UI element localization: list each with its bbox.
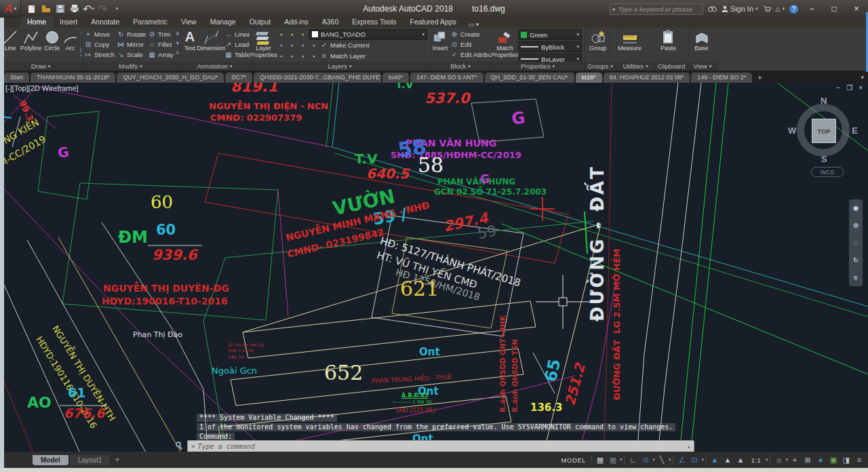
workspace-gear-icon[interactable]: ☼ — [772, 454, 785, 466]
file-tab[interactable]: QHSDD-2021-2030-T...GBANG_PHE DUYET* — [254, 73, 381, 83]
plot-icon[interactable] — [69, 4, 79, 14]
drawing-restore-icon[interactable]: ❐ — [846, 84, 852, 92]
showmotion-icon[interactable]: ≡ — [854, 274, 858, 281]
drawing-close-icon[interactable]: × — [859, 84, 863, 92]
panel-title-annotation[interactable]: Annotation▾ — [180, 62, 250, 71]
clean-screen-icon[interactable]: ● — [814, 454, 827, 466]
object-snap-icon[interactable]: ⊡ — [688, 454, 701, 466]
panel-title-draw[interactable]: Draw▾ — [0, 62, 81, 71]
osnap-tracking-icon[interactable]: ∠ — [675, 454, 688, 466]
snap-chevron-icon[interactable]: ▾ — [620, 457, 623, 463]
make-current-button[interactable]: ✓Make Current — [320, 41, 370, 50]
explode-icon[interactable]: ∗ ▾ — [176, 39, 179, 47]
maximize-button[interactable]: □ — [825, 4, 843, 14]
viewport-controls[interactable]: [-][Top][2D Wireframe] — [5, 84, 79, 92]
array-button[interactable]: ▦Array — [148, 50, 174, 59]
undo-icon[interactable]: ↶▾ — [83, 4, 94, 14]
viewcube-east[interactable]: E — [852, 125, 858, 136]
ribbon-tab-express-tools[interactable]: Express Tools — [345, 17, 403, 28]
command-input[interactable]: × Type a command ▴ — [187, 440, 694, 452]
dimension-button[interactable]: Dimension — [200, 29, 222, 52]
paste-button[interactable]: Paste — [657, 29, 679, 52]
new-file-icon[interactable] — [26, 4, 37, 14]
circle-button[interactable]: Circle — [44, 29, 60, 52]
annotation-monitor-icon[interactable]: + — [789, 454, 801, 466]
osnap-chevron-icon[interactable]: ▾ — [701, 457, 704, 463]
isodraft-chevron-icon[interactable]: ▾ — [669, 457, 671, 463]
viewcube-top-face[interactable]: TOP — [812, 119, 836, 143]
leader-button[interactable]: ↗Leader — [224, 39, 250, 49]
offset-icon[interactable]: ≍ ▾ — [176, 48, 179, 57]
panel-title-block[interactable]: Block▾ — [430, 62, 491, 71]
quick-properties-icon[interactable]: ⊞ — [802, 454, 814, 466]
insert-button[interactable]: Insert — [432, 29, 448, 52]
qat-customize-icon[interactable]: ▾ — [112, 4, 122, 14]
base-button[interactable]: Base — [690, 29, 713, 52]
app-menu-button[interactable]: A▾ — [0, 0, 21, 18]
model-space-toggle[interactable]: MODEL — [558, 454, 589, 466]
layer-lock2-icon[interactable]: ▪ — [298, 52, 307, 60]
minimize-button[interactable]: − — [803, 4, 821, 14]
measure-button[interactable]: Measure — [618, 29, 641, 52]
scale-button[interactable]: ↘Scale — [117, 50, 146, 59]
panel-title-view[interactable]: View▾ — [688, 62, 717, 71]
match-layer-button[interactable]: ≡Match Layer — [320, 52, 366, 61]
file-tab[interactable]: 84. HOAPHU2 2012 03 08* — [604, 73, 690, 83]
panel-title-layers[interactable]: Layers▾ — [250, 62, 429, 71]
file-tab[interactable]: to40* — [382, 73, 409, 83]
fillet-button[interactable]: ∩Fillet — [148, 39, 174, 49]
property-combo-byblock[interactable]: ByBlock▾ — [518, 41, 582, 52]
layer-freeze-icon[interactable]: ▪ — [288, 30, 296, 39]
ribbon-tab-add-ins[interactable]: Add-ins — [277, 17, 315, 28]
ortho-icon[interactable]: ∟ — [627, 454, 639, 466]
annotation-visibility-icon[interactable]: ▲ — [709, 454, 721, 466]
polar-chevron-icon[interactable]: ▾ — [652, 457, 655, 463]
layer-unisolate-icon[interactable]: ▪ — [288, 41, 296, 50]
customization-menu-icon[interactable]: ≡ — [853, 454, 865, 466]
panel-title-modify[interactable]: Modify▾ — [82, 62, 179, 71]
match-properties-button[interactable]: Match Properties — [494, 29, 516, 58]
ribbon-tab-manage[interactable]: Manage — [203, 17, 243, 28]
isolate-objects-icon[interactable]: ◨ — [840, 454, 852, 466]
panel-title-groups[interactable]: Groups▾ — [585, 62, 616, 71]
layer-properties-button[interactable]: Layer Properties — [252, 29, 275, 58]
hatch-icon[interactable]: ▨ ▾ — [81, 48, 81, 57]
group-button[interactable]: Group — [587, 29, 609, 52]
rotate-button[interactable]: ↻Rotate — [117, 29, 146, 39]
create-button[interactable]: ⊕Create — [450, 29, 491, 39]
ribbon-tab-featured-apps[interactable]: Featured Apps — [403, 17, 462, 28]
help-icon[interactable]: ? — [789, 5, 798, 14]
ribbon-tab-view[interactable]: View — [174, 17, 203, 28]
edit-button[interactable]: ⊙Edit — [450, 39, 491, 49]
redo-icon[interactable]: ↷ — [98, 4, 108, 14]
zoom-icon[interactable]: ◌ — [854, 239, 858, 246]
save-icon[interactable] — [55, 4, 65, 14]
property-combo-bylayer[interactable]: ByLayer▾ — [518, 54, 582, 62]
layer-isolate-icon[interactable]: ▪ — [277, 41, 285, 50]
layer-on-icon[interactable]: ▪ — [277, 30, 285, 39]
layer-prev-icon[interactable]: ▪ — [277, 52, 285, 60]
viewcube-south[interactable]: S — [821, 154, 827, 164]
layout1-tab[interactable]: Layout1 — [70, 455, 111, 465]
graphics-performance-icon[interactable]: ▣ — [827, 454, 840, 466]
file-tabs-overflow-icon[interactable]: ▾ — [861, 74, 864, 81]
file-tab[interactable]: QH_SDD_21-30_BEN CAU* — [485, 73, 574, 83]
file-tab[interactable]: THANHXUAN 30-11-2018* — [31, 73, 115, 83]
file-tab[interactable]: 147- DIEM SO 5 ANT* — [410, 73, 484, 83]
arc-button[interactable]: Arc — [62, 29, 79, 52]
orbit-icon[interactable]: ↻ — [853, 256, 859, 264]
layer-off-icon[interactable]: ▪ — [309, 41, 318, 50]
ribbon-tab-annotate[interactable]: Annotate — [84, 17, 126, 28]
annotation-scale-icon[interactable]: ▲ — [734, 454, 747, 466]
ribbon-tab-parametric[interactable]: Parametric — [126, 17, 174, 28]
layer-combo[interactable]: BANG_TOADO▾ — [309, 29, 427, 40]
ribbon-tab-output[interactable]: Output — [243, 17, 278, 28]
snap-icon[interactable]: ▦ — [607, 454, 619, 466]
ribbon-tab-insert[interactable]: Insert — [53, 17, 84, 28]
viewcube-west[interactable]: W — [788, 125, 796, 136]
wcs-menu[interactable]: WCS — [811, 167, 844, 177]
layer-freeze2-icon[interactable]: ▪ — [298, 41, 307, 50]
model-tab[interactable]: Model — [33, 455, 68, 465]
polyline-button[interactable]: Polyline — [20, 29, 42, 52]
command-expand-icon[interactable]: ▴ — [687, 444, 690, 450]
